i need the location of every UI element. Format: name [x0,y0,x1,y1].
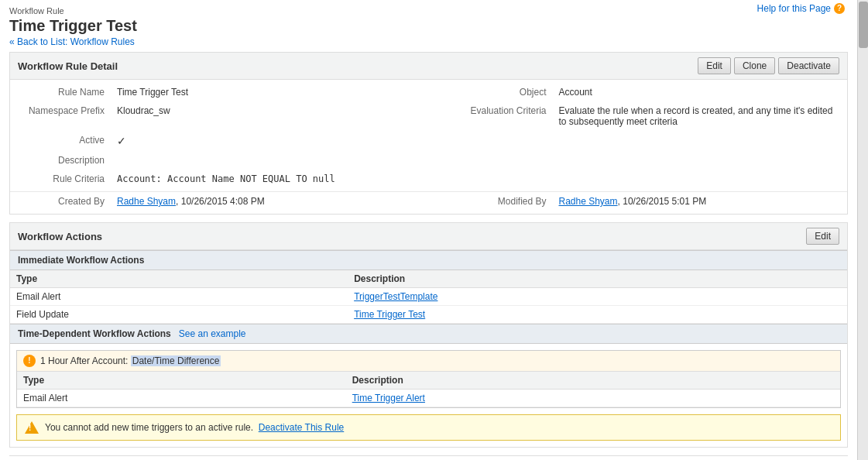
description-cell: Time Trigger Alert [346,390,840,407]
active-label: Active [10,131,111,151]
time-trigger-label: 1 Hour After Account: Date/Time Differen… [40,355,221,366]
workflow-rule-detail-section: Workflow Rule Detail Edit Clone Deactiva… [9,52,848,215]
warning-text: You cannot add new time triggers to an a… [45,422,344,433]
time-dep-actions-table: Type Description Email AlertTime Trigger… [17,372,840,407]
modified-by-label: Modified By [429,192,553,211]
time-trigger-block: ! 1 Hour After Account: Date/Time Differ… [16,350,841,408]
table-row: Email AlertTime Trigger Alert [17,390,840,407]
immediate-actions-header: Immediate Workflow Actions [10,250,847,270]
col-type-header: Type [10,270,348,288]
description-link[interactable]: Time Trigger Test [354,309,425,320]
deactivate-this-rule-link[interactable]: Deactivate This Rule [259,422,345,433]
modified-by-link[interactable]: Radhe Shyam [559,196,618,207]
col-description-header: Description [348,270,847,288]
description-link[interactable]: TriggerTestTemplate [354,291,437,302]
actions-edit-button[interactable]: Edit [806,228,839,245]
modified-by-value: Radhe Shyam, 10/26/2015 5:01 PM [553,192,848,211]
created-by-value: Radhe Shyam, 10/26/2015 4:08 PM [111,192,429,211]
table-row: Email AlertTriggerTestTemplate [10,288,847,306]
table-row: Field UpdateTime Trigger Test [10,306,847,324]
object-label: Object [429,83,553,101]
edit-button[interactable]: Edit [698,57,731,74]
type-cell: Email Alert [10,288,348,306]
created-by-row: Created By Radhe Shyam, 10/26/2015 4:08 … [10,191,847,211]
scrollbar-thumb[interactable] [859,2,868,48]
eval-criteria-value: Evaluate the rule when a record is creat… [553,101,848,131]
namespace-value: Kloudrac_sw [111,101,429,120]
namespace-row: Namespace Prefix Kloudrac_sw Evaluation … [10,101,847,131]
detail-buttons: Edit Clone Deactivate [698,57,839,74]
checkmark: ✓ [117,135,126,147]
workflow-actions-header: Workflow Actions Edit [10,223,847,250]
object-value: Account [553,83,848,101]
rule-name-row: Rule Name Time Trigger Test Object Accou… [10,83,847,101]
rule-criteria-row: Rule Criteria Account: Account Name NOT … [10,170,847,188]
bottom-edit-bar: Edit [9,455,848,460]
description-cell: TriggerTestTemplate [348,288,847,306]
description-value [111,151,429,170]
actions-edit-btn-wrapper: Edit [806,228,839,245]
time-col-description-header: Description [346,372,840,390]
warning-box: You cannot add new time triggers to an a… [16,414,841,441]
deactivate-button[interactable]: Deactivate [778,57,839,74]
immediate-actions-table: Type Description Email AlertTriggerTestT… [10,270,847,324]
time-trigger-highlight: Date/Time Difference [131,355,221,366]
time-trigger-row: ! 1 Hour After Account: Date/Time Differ… [17,351,840,372]
description-cell: Time Trigger Test [348,306,847,324]
back-link[interactable]: « Back to List: Workflow Rules [9,36,135,47]
workflow-rule-detail-header: Workflow Rule Detail Edit Clone Deactiva… [10,53,847,80]
created-by-label: Created By [10,192,111,211]
type-cell: Email Alert [17,390,346,407]
rule-criteria-value: Account: Account Name NOT EQUAL TO null [111,170,429,188]
active-value: ✓ [111,131,429,151]
page-title: Time Trigger Test [9,17,848,35]
rule-name-value: Time Trigger Test [111,83,429,101]
description-label: Description [10,151,111,170]
type-cell: Field Update [10,306,348,324]
active-row: Active ✓ [10,131,847,151]
time-dep-header: Time-Dependent Workflow Actions See an e… [10,324,847,344]
workflow-actions-section: Workflow Actions Edit Immediate Workflow… [9,222,848,448]
namespace-label: Namespace Prefix [10,101,111,120]
eval-criteria-label: Evaluation Criteria [429,101,553,131]
time-trigger-icon: ! [23,355,36,367]
see-example-link[interactable]: See an example [179,328,246,339]
rule-name-label: Rule Name [10,83,111,101]
page-header: Workflow Rule Time Trigger Test « Back t… [9,6,848,47]
time-col-type-header: Type [17,372,346,390]
rule-criteria-label: Rule Criteria [10,170,111,188]
clone-button[interactable]: Clone [734,57,775,74]
description-link[interactable]: Time Trigger Alert [352,393,425,403]
scrollbar[interactable] [857,0,868,460]
created-by-link[interactable]: Radhe Shyam [117,196,176,207]
page-type-label: Workflow Rule [9,6,848,15]
description-row: Description [10,151,847,170]
warning-triangle-icon [25,421,39,434]
